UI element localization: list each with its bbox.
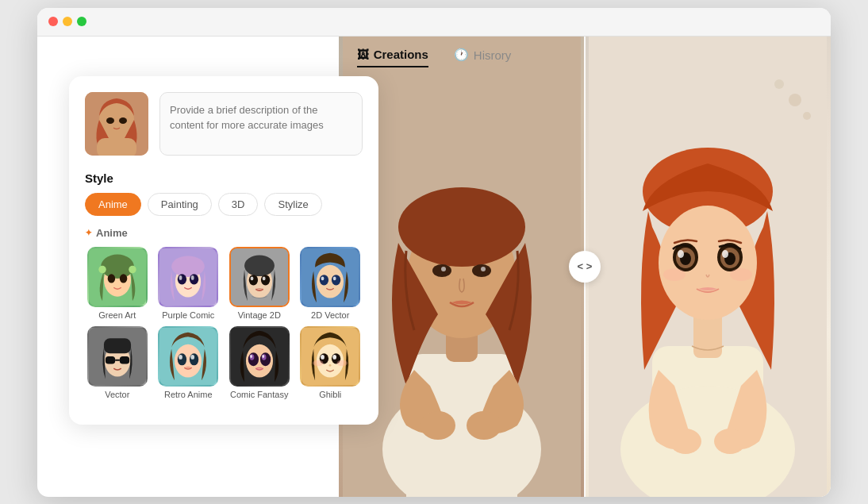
- svg-point-44: [129, 265, 136, 272]
- style-thumb-purple-comic: [158, 247, 218, 307]
- svg-point-11: [467, 411, 501, 440]
- style-tabs: Anime Painting 3D Stylize: [85, 193, 363, 216]
- avatar-svg: [85, 92, 148, 156]
- svg-point-8: [441, 267, 446, 271]
- style-thumb-2d-vector: [300, 247, 360, 307]
- anime-sub-label: Anime: [85, 227, 363, 239]
- close-button[interactable]: [48, 17, 58, 26]
- svg-rect-69: [120, 356, 129, 364]
- tab-history[interactable]: 🕐 Hisrory: [454, 48, 512, 67]
- svg-point-54: [244, 255, 275, 276]
- style-name-green-art: Green Art: [98, 310, 136, 320]
- svg-rect-67: [104, 338, 131, 353]
- style-thumb-comic-fantasy: [229, 326, 290, 387]
- vector-face: [89, 328, 146, 385]
- svg-point-93: [337, 360, 348, 366]
- style-item-ghibli[interactable]: Ghibli: [298, 326, 363, 399]
- svg-rect-68: [106, 356, 115, 364]
- svg-point-73: [178, 353, 186, 365]
- svg-point-51: [191, 275, 194, 280]
- ghibli-face: [301, 328, 359, 385]
- svg-point-57: [250, 276, 253, 280]
- style-name-retro-anime: Retro Anime: [164, 390, 213, 399]
- svg-point-29: [663, 268, 686, 281]
- style-thumb-green-art: [87, 247, 148, 307]
- svg-point-89: [321, 355, 325, 360]
- vintage-2d-face: [231, 248, 288, 306]
- svg-point-92: [313, 360, 323, 366]
- 2d-vector-face: [301, 248, 359, 306]
- svg-point-9: [481, 267, 486, 271]
- title-bar: [37, 8, 831, 37]
- anime-portrait: [585, 37, 831, 497]
- svg-point-75: [179, 355, 182, 360]
- tab-painting[interactable]: Painting: [148, 193, 212, 216]
- style-item-vector[interactable]: Vector: [85, 326, 150, 399]
- style-item-green-art[interactable]: Green Art: [85, 247, 150, 320]
- browser-window: 🖼 Creations 🕐 Hisrory: [37, 8, 831, 497]
- svg-point-50: [179, 275, 182, 280]
- svg-point-90: [333, 355, 337, 360]
- style-thumb-vintage-2d: [229, 247, 290, 307]
- svg-rect-37: [97, 138, 136, 156]
- purple-comic-face: [159, 248, 217, 306]
- svg-point-61: [320, 275, 328, 285]
- svg-point-74: [190, 353, 198, 365]
- svg-point-10: [421, 411, 455, 440]
- style-item-comic-fantasy[interactable]: Comic Fantasy: [227, 326, 292, 399]
- tab-3d[interactable]: 3D: [218, 193, 259, 216]
- svg-point-20: [659, 206, 757, 320]
- svg-point-36: [119, 117, 127, 124]
- tab-anime[interactable]: Anime: [85, 193, 141, 216]
- svg-point-35: [106, 117, 114, 124]
- style-item-vintage-2d[interactable]: Vintage 2D: [227, 247, 292, 320]
- main-content: 🖼 Creations 🕐 Hisrory: [37, 37, 831, 497]
- svg-point-47: [171, 256, 205, 277]
- style-name-vintage-2d: Vintage 2D: [238, 310, 281, 320]
- maximize-button[interactable]: [77, 17, 86, 26]
- style-grid-row2: Vector: [85, 326, 363, 399]
- style-grid-row1: Green Art: [85, 247, 363, 320]
- style-thumb-retro-anime: [158, 326, 218, 387]
- svg-point-55: [248, 275, 257, 285]
- style-name-ghibli: Ghibli: [319, 390, 341, 399]
- anime-side: [585, 37, 831, 497]
- avatar-thumbnail: [85, 92, 148, 156]
- style-thumb-ghibli: [300, 326, 360, 387]
- split-handle-label: < >: [578, 260, 593, 272]
- panel-top: [85, 92, 363, 156]
- style-item-retro-anime[interactable]: Retro Anime: [156, 326, 221, 399]
- svg-point-62: [332, 275, 340, 285]
- tab-creations[interactable]: 🖼 Creations: [357, 48, 428, 67]
- minimize-button[interactable]: [63, 17, 72, 26]
- image-split: < >: [339, 37, 831, 497]
- svg-point-91: [329, 364, 332, 366]
- tab-history-label: Hisrory: [474, 48, 512, 62]
- svg-point-79: [248, 352, 259, 366]
- svg-point-48: [178, 274, 186, 284]
- style-item-purple-comic[interactable]: Purple Comic: [156, 247, 221, 320]
- style-name-2d-vector: 2D Vector: [311, 310, 349, 320]
- style-panel: Style Anime Painting 3D Stylize Anime: [69, 76, 378, 425]
- svg-point-27: [678, 250, 684, 258]
- history-icon: 🕐: [454, 48, 469, 62]
- svg-point-5: [398, 187, 525, 267]
- tab-creations-label: Creations: [374, 48, 428, 61]
- style-name-purple-comic: Purple Comic: [162, 310, 214, 320]
- svg-point-15: [803, 112, 811, 120]
- style-name-comic-fantasy: Comic Fantasy: [230, 390, 288, 399]
- description-textarea[interactable]: [159, 92, 363, 156]
- svg-point-83: [250, 355, 252, 358]
- split-handle[interactable]: < >: [569, 251, 601, 283]
- traffic-lights: [48, 17, 86, 26]
- svg-point-49: [190, 274, 198, 284]
- svg-point-28: [722, 250, 728, 258]
- retro-anime-face: [159, 328, 217, 385]
- tab-stylize[interactable]: Stylize: [264, 193, 321, 216]
- svg-point-63: [321, 276, 325, 280]
- svg-point-13: [789, 94, 801, 106]
- style-item-2d-vector[interactable]: 2D Vector: [298, 247, 363, 320]
- svg-point-31: [670, 429, 701, 454]
- style-thumb-vector: [87, 326, 148, 387]
- image-area: < >: [339, 37, 831, 497]
